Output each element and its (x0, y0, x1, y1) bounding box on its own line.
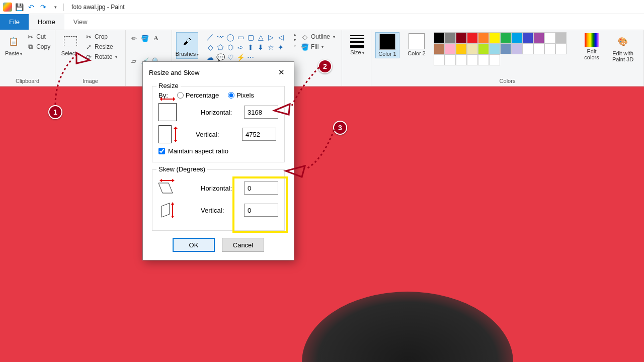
scissors-icon: ✂ (26, 33, 34, 41)
color-swatch-empty[interactable] (467, 54, 478, 65)
color-swatch[interactable] (533, 32, 544, 43)
cut-button[interactable]: ✂Cut (25, 32, 51, 41)
color1-swatch (379, 34, 395, 50)
annotation-badge-3: 3 (333, 121, 347, 135)
svg-marker-7 (171, 216, 174, 218)
shapes-scroll-up[interactable]: ▴ (294, 32, 296, 37)
radio-pixels[interactable]: Pixels (228, 92, 254, 99)
quick-access-toolbar: 💾 ↶ ↷ ▾ (15, 3, 59, 11)
edit-colors-button[interactable]: Edit colors (580, 32, 604, 61)
titlebar: 💾 ↶ ↷ ▾ | foto awal.jpg - Paint (0, 0, 644, 14)
pencil-icon[interactable]: ✏ (130, 34, 138, 42)
outline-icon: ◇ (301, 33, 309, 41)
skew-h-input[interactable] (244, 182, 278, 195)
color-swatch[interactable] (544, 32, 555, 43)
tab-view[interactable]: View (64, 14, 97, 30)
color-swatch-empty[interactable] (478, 54, 489, 65)
horizontal-input[interactable] (244, 106, 278, 119)
redo-icon[interactable]: ↷ (39, 3, 47, 11)
canvas[interactable] (0, 86, 644, 362)
shapes-gallery[interactable]: ／〰◯▭▢△▷ ◁◇⬠⬡➪⬆⬇ ☆✦☁💬♡⚡⋯ (205, 32, 291, 62)
qat-dropdown-icon[interactable]: ▾ (51, 3, 59, 11)
color-swatch[interactable] (467, 32, 478, 43)
image-content (302, 292, 513, 362)
color-swatch-empty[interactable] (522, 43, 533, 54)
color-swatch[interactable] (445, 43, 456, 54)
group-size: Size▾ (342, 30, 371, 86)
shapes-scroll-down[interactable]: ▾ (294, 38, 296, 42)
color-swatch[interactable] (456, 43, 467, 54)
rainbow-icon (585, 33, 599, 47)
select-button[interactable]: Select▾ (59, 32, 82, 58)
radio-percentage[interactable]: Percentage (177, 92, 219, 99)
eraser-icon[interactable]: ▱ (130, 57, 138, 65)
color-swatch[interactable] (467, 43, 478, 54)
brushes-button[interactable]: 🖌 Brushes▾ (176, 32, 198, 59)
undo-icon[interactable]: ↶ (27, 3, 35, 11)
svg-marker-4 (162, 203, 170, 217)
fill-button[interactable]: 🪣Fill▾ (300, 42, 336, 51)
color-swatch-empty[interactable] (489, 54, 500, 65)
annotation-badge-1: 1 (48, 105, 62, 119)
color-swatch[interactable] (434, 43, 445, 54)
crop-button[interactable]: ✂Crop (84, 32, 118, 41)
size-button[interactable]: Size▾ (346, 32, 368, 57)
color-swatch[interactable] (522, 32, 533, 43)
bucket-icon[interactable]: 🪣 (141, 34, 149, 42)
rotate-button[interactable]: ⟳Rotate▾ (84, 52, 118, 61)
svg-marker-6 (171, 202, 174, 205)
paint3d-icon: 🎨 (615, 33, 631, 49)
color-swatch-empty[interactable] (544, 43, 555, 54)
color2-swatch (409, 33, 425, 49)
paint3d-button[interactable]: 🎨 Edit with Paint 3D (609, 32, 637, 63)
copy-button[interactable]: ⧉Copy (25, 42, 51, 51)
color-swatch[interactable] (489, 32, 500, 43)
save-icon[interactable]: 💾 (15, 3, 23, 11)
tab-file[interactable]: File (0, 14, 29, 30)
color-swatch[interactable] (500, 43, 511, 54)
color-swatch[interactable] (511, 32, 522, 43)
vertical-dim-icon (158, 125, 172, 143)
resize-button[interactable]: ⤢Resize (84, 42, 118, 51)
color-swatch[interactable] (500, 32, 511, 43)
color-swatch[interactable] (434, 32, 445, 43)
close-button[interactable]: ✕ (275, 67, 288, 78)
color-swatch-empty[interactable] (555, 43, 567, 54)
cancel-button[interactable]: Cancel (222, 238, 264, 252)
skew-fieldset: Skew (Degrees) Horizontal: Vertical: (152, 169, 285, 231)
color-swatch-empty[interactable] (456, 54, 467, 65)
skew-v-icon (158, 201, 177, 219)
resize-icon: ⤢ (85, 43, 93, 51)
aspect-checkbox[interactable] (158, 148, 165, 154)
color-swatch[interactable] (555, 32, 567, 43)
color-swatch[interactable] (456, 32, 467, 43)
color-swatch-empty[interactable] (445, 54, 456, 65)
skew-v-input[interactable] (244, 204, 278, 217)
color-palette[interactable] (434, 32, 575, 65)
text-icon[interactable]: A (152, 34, 160, 42)
svg-marker-0 (158, 183, 173, 193)
color-swatch-empty[interactable] (434, 54, 445, 65)
ok-button[interactable]: OK (173, 238, 215, 252)
paste-label: Paste (5, 50, 19, 56)
tab-home[interactable]: Home (29, 14, 64, 30)
horizontal-label: Horizontal: (201, 109, 238, 116)
vertical-input[interactable] (242, 128, 276, 141)
clipboard-icon: 📋 (6, 33, 22, 49)
color-swatch[interactable] (489, 43, 500, 54)
color-swatch-empty[interactable] (533, 43, 544, 54)
shapes-expand[interactable]: ▿ (294, 43, 296, 48)
select-icon (62, 33, 78, 49)
group-clipboard: 📋 Paste▾ ✂Cut ⧉Copy Clipboard (0, 30, 55, 86)
vertical-label: Vertical: (196, 131, 236, 138)
paste-button[interactable]: 📋 Paste▾ (4, 32, 23, 58)
color-swatch[interactable] (445, 32, 456, 43)
annotation-badge-2: 2 (318, 59, 332, 73)
outline-button[interactable]: ◇Outline▾ (300, 32, 336, 41)
color2-button[interactable]: Color 2 (405, 32, 429, 57)
color-swatch[interactable] (478, 32, 489, 43)
horizontal-dim-icon (158, 103, 177, 121)
color-swatch[interactable] (511, 43, 522, 54)
color-swatch[interactable] (478, 43, 489, 54)
color1-button[interactable]: Color 1 (375, 32, 399, 58)
